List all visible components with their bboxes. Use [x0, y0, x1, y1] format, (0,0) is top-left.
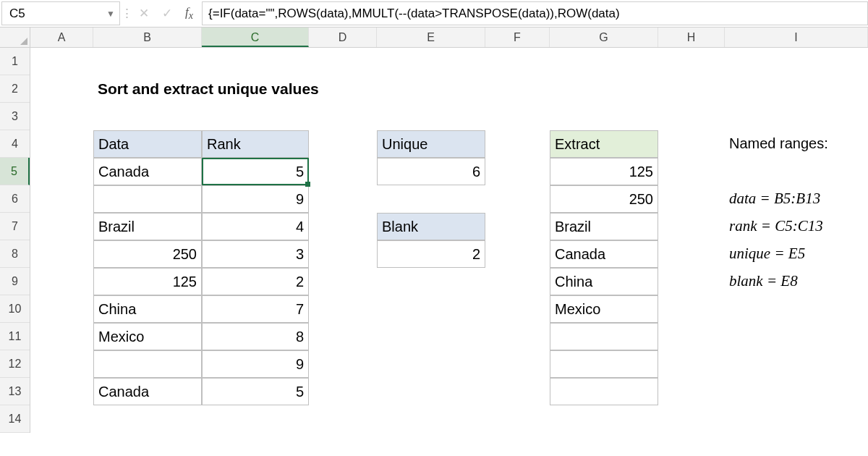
cell[interactable] — [485, 378, 550, 405]
note-line[interactable]: data = B5:B13 — [725, 185, 868, 213]
cell[interactable] — [30, 185, 93, 213]
cell-rank[interactable]: 7 — [202, 295, 309, 323]
cell[interactable] — [309, 240, 377, 268]
row-header-12[interactable]: 12 — [0, 350, 30, 378]
cell[interactable] — [309, 75, 377, 103]
cell[interactable] — [30, 158, 93, 185]
cell-extract[interactable]: China — [550, 268, 658, 295]
cell[interactable] — [377, 323, 485, 350]
row-header-5[interactable]: 5 — [0, 158, 30, 185]
note-line[interactable]: rank = C5:C13 — [725, 213, 868, 240]
cell[interactable] — [658, 323, 725, 350]
cell[interactable] — [485, 103, 550, 130]
cell-data[interactable]: Canada — [93, 378, 202, 405]
cell[interactable] — [377, 378, 485, 405]
cell[interactable] — [485, 268, 550, 295]
cell[interactable] — [658, 75, 725, 103]
cell[interactable] — [658, 130, 725, 158]
cell[interactable] — [30, 378, 93, 405]
cell[interactable] — [377, 350, 485, 378]
name-box[interactable]: C5 ▼ — [1, 1, 120, 25]
cell[interactable] — [485, 295, 550, 323]
cell-data[interactable]: Brazil — [93, 213, 202, 240]
cell-rank[interactable]: 4 — [202, 213, 309, 240]
cell[interactable] — [485, 185, 550, 213]
cell[interactable] — [725, 378, 868, 405]
cell[interactable] — [658, 213, 725, 240]
cell[interactable] — [485, 75, 550, 103]
cell[interactable] — [30, 103, 93, 130]
cell-rank[interactable]: 9 — [202, 185, 309, 213]
header-rank[interactable]: Rank — [202, 130, 309, 158]
cell[interactable] — [93, 103, 202, 130]
cell[interactable] — [485, 158, 550, 185]
cell[interactable] — [485, 405, 550, 433]
row-header-14[interactable]: 14 — [0, 405, 30, 433]
cell[interactable] — [309, 405, 377, 433]
cell[interactable] — [485, 350, 550, 378]
cell[interactable] — [30, 295, 93, 323]
cell[interactable] — [30, 75, 93, 103]
col-header-F[interactable]: F — [485, 28, 550, 47]
cell-extract[interactable]: 250 — [550, 185, 658, 213]
cell[interactable] — [658, 350, 725, 378]
cell[interactable] — [309, 378, 377, 405]
cell[interactable] — [377, 48, 485, 75]
row-header-8[interactable]: 8 — [0, 240, 30, 268]
cell[interactable] — [725, 75, 868, 103]
cell[interactable] — [485, 213, 550, 240]
cell[interactable] — [485, 323, 550, 350]
row-header-6[interactable]: 6 — [0, 185, 30, 213]
cell[interactable] — [30, 130, 93, 158]
cell-extract[interactable] — [550, 378, 658, 405]
cell[interactable] — [725, 323, 868, 350]
cell[interactable] — [309, 213, 377, 240]
cell[interactable] — [658, 103, 725, 130]
header-unique[interactable]: Unique — [377, 130, 485, 158]
notes-title[interactable]: Named ranges: — [725, 130, 868, 158]
cell-data[interactable] — [93, 185, 202, 213]
header-data[interactable]: Data — [93, 130, 202, 158]
cell-rank[interactable]: 2 — [202, 268, 309, 295]
cell-extract[interactable] — [550, 350, 658, 378]
header-blank[interactable]: Blank — [377, 213, 485, 240]
cell[interactable] — [93, 405, 202, 433]
cell[interactable] — [377, 268, 485, 295]
cell-rank[interactable]: 5 — [202, 158, 309, 185]
cell-data[interactable]: 250 — [93, 240, 202, 268]
cell[interactable] — [309, 158, 377, 185]
cell-rank[interactable]: 8 — [202, 323, 309, 350]
row-header-2[interactable]: 2 — [0, 75, 30, 103]
cell-data[interactable] — [93, 350, 202, 378]
cell[interactable] — [658, 158, 725, 185]
cell-rank[interactable]: 9 — [202, 350, 309, 378]
cell[interactable] — [30, 213, 93, 240]
cell[interactable] — [30, 268, 93, 295]
row-header-9[interactable]: 9 — [0, 268, 30, 295]
cell-extract[interactable]: Brazil — [550, 213, 658, 240]
cell-unique[interactable]: 6 — [377, 158, 485, 185]
note-line[interactable]: unique = E5 — [725, 240, 868, 268]
cell[interactable] — [658, 405, 725, 433]
row-header-3[interactable]: 3 — [0, 103, 30, 130]
cell-data[interactable]: Mexico — [93, 323, 202, 350]
row-header-11[interactable]: 11 — [0, 323, 30, 350]
cell-rank[interactable]: 3 — [202, 240, 309, 268]
cell[interactable] — [30, 48, 93, 75]
col-header-C[interactable]: C — [202, 28, 309, 47]
page-title[interactable]: Sort and extract unique values — [93, 75, 202, 103]
cells-area[interactable]: Sort and extract unique values — [30, 48, 868, 433]
cell[interactable] — [725, 295, 868, 323]
row-header-1[interactable]: 1 — [0, 48, 30, 75]
cell[interactable] — [658, 240, 725, 268]
row-header-13[interactable]: 13 — [0, 378, 30, 405]
select-all-corner[interactable] — [0, 28, 30, 47]
cell-data[interactable]: China — [93, 295, 202, 323]
col-header-D[interactable]: D — [309, 28, 377, 47]
cell[interactable] — [485, 240, 550, 268]
cell[interactable] — [725, 48, 868, 75]
row-header-7[interactable]: 7 — [0, 213, 30, 240]
cell[interactable] — [550, 75, 658, 103]
col-header-G[interactable]: G — [550, 28, 658, 47]
cell-extract[interactable]: Mexico — [550, 295, 658, 323]
